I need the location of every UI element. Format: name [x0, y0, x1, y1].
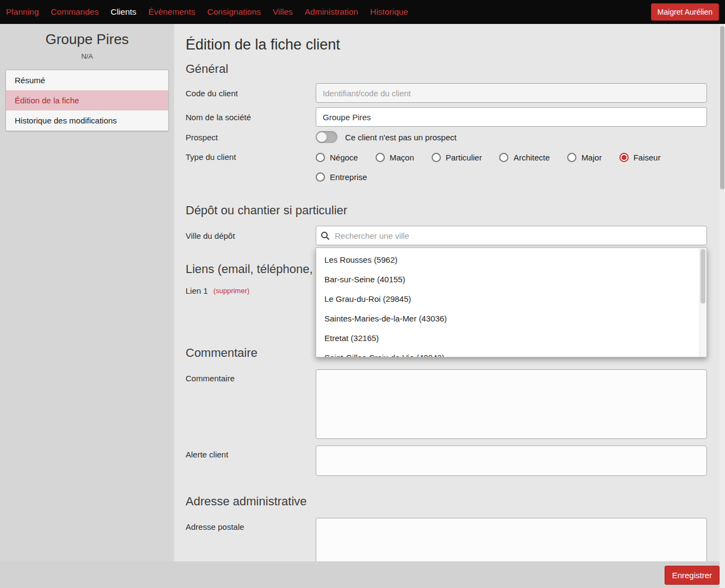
radio-option-macon[interactable]: Maçon [376, 147, 414, 167]
section-general-heading: Général [186, 62, 720, 76]
ville-search-input[interactable] [316, 226, 707, 245]
ville-search-wrap: Les Rousses (5962) Bar-sur-Seine (40155)… [316, 226, 707, 245]
main-content: Édition de la fiche client Général Code … [174, 24, 720, 561]
ville-dropdown: Les Rousses (5962) Bar-sur-Seine (40155)… [316, 247, 707, 357]
radio-icon [499, 153, 508, 162]
form-row-commentaire: Commentaire [186, 369, 720, 439]
adresse-postale-label: Adresse postale [186, 518, 316, 531]
radio-option-major[interactable]: Major [567, 147, 602, 167]
radio-label: Entreprise [330, 172, 367, 182]
toggle-knob [317, 132, 327, 142]
user-menu-button[interactable]: Maigret Aurélien [651, 3, 719, 21]
ville-option[interactable]: Les Rousses (5962) [316, 250, 706, 270]
search-icon [321, 231, 330, 243]
top-navbar: Planning Commandes Clients Évènements Co… [0, 0, 725, 24]
client-sidebar: Groupe Pires N/A Résumé Édition de la fi… [0, 24, 174, 561]
footer-band [0, 561, 725, 588]
radio-label: Particulier [446, 153, 482, 162]
commentaire-label: Commentaire [186, 369, 316, 383]
client-menu: Résumé Édition de la fiche Historique de… [5, 70, 169, 131]
section-depot-heading: Dépôt ou chantier si particulier [186, 203, 720, 218]
nom-societe-label: Nom de la société [186, 113, 316, 122]
nav-item-planning[interactable]: Planning [0, 0, 45, 24]
form-row-adresse-postale: Adresse postale [186, 518, 720, 561]
sidebar-item-resume[interactable]: Résumé [6, 70, 168, 90]
type-client-options: Négoce Maçon Particulier Architecte Majo… [316, 147, 707, 187]
nav-item-commandes[interactable]: Commandes [45, 0, 105, 24]
adresse-postale-textarea[interactable] [316, 518, 707, 561]
supprimer-link[interactable]: (supprimer) [213, 287, 249, 295]
radio-icon [316, 172, 325, 182]
radio-option-faiseur[interactable]: Faiseur [619, 147, 661, 167]
lien1-label: Lien 1 [186, 286, 208, 295]
form-row-alerte-client: Alerte client [186, 445, 720, 476]
dropdown-scrollbar[interactable] [699, 248, 706, 357]
nav-item-evenements[interactable]: Évènements [143, 0, 201, 24]
nav-item-consignations[interactable]: Consignations [201, 0, 267, 24]
nom-societe-input[interactable] [316, 107, 707, 127]
form-row-ville-depot: Ville du dépôt Les Rousses (5962) Bar-su… [186, 226, 720, 245]
nav-item-administration[interactable]: Administration [299, 0, 364, 24]
alerte-client-label: Alerte client [186, 445, 316, 459]
nav-item-historique[interactable]: Historique [364, 0, 414, 24]
code-client-label: Code du client [186, 89, 316, 98]
alerte-client-textarea[interactable] [316, 445, 707, 476]
type-client-label: Type du client [186, 147, 316, 162]
save-button[interactable]: Enregistrer [665, 566, 720, 585]
form-row-type-client: Type du client Négoce Maçon Particulier … [186, 147, 720, 187]
radio-icon [376, 153, 385, 162]
radio-icon [316, 153, 325, 162]
ville-option[interactable]: Saint-Gilles-Croix-de-Vie (40043) [316, 348, 706, 357]
prospect-toggle-text: Ce client n'est pas un prospect [345, 133, 457, 142]
ville-option[interactable]: Bar-sur-Seine (40155) [316, 270, 706, 289]
commentaire-textarea[interactable] [316, 369, 707, 439]
dropdown-scrollbar-thumb[interactable] [701, 249, 705, 304]
form-row-nom-societe: Nom de la société [186, 107, 720, 127]
radio-option-entreprise[interactable]: Entreprise [316, 167, 367, 187]
sidebar-item-historique-modifications[interactable]: Historique des modifications [6, 110, 168, 131]
radio-label: Négoce [330, 153, 358, 162]
radio-label: Architecte [513, 153, 550, 162]
prospect-label: Prospect [186, 133, 316, 142]
page-scrollbar-thumb[interactable] [720, 26, 724, 189]
app-screen: Planning Commandes Clients Évènements Co… [0, 0, 725, 588]
ville-depot-label: Ville du dépôt [186, 231, 316, 240]
client-name: Groupe Pires [0, 31, 174, 48]
radio-icon-selected [619, 153, 629, 162]
form-row-prospect: Prospect Ce client n'est pas un prospect [186, 131, 720, 143]
section-adresse-heading: Adresse administrative [186, 494, 720, 509]
sidebar-item-edition-fiche[interactable]: Édition de la fiche [6, 90, 168, 110]
prospect-toggle[interactable] [316, 131, 337, 143]
form-row-code-client: Code du client [186, 83, 720, 103]
nav-item-clients[interactable]: Clients [105, 0, 142, 24]
client-code: N/A [0, 52, 174, 60]
page-scrollbar[interactable] [720, 24, 725, 588]
ville-option[interactable]: Saintes-Maries-de-la-Mer (43036) [316, 309, 706, 329]
ville-option[interactable]: Etretat (32165) [316, 329, 706, 348]
radio-option-negoce[interactable]: Négoce [316, 147, 358, 167]
radio-icon [567, 153, 576, 162]
nav-item-villes[interactable]: Villes [267, 0, 299, 24]
main-nav: Planning Commandes Clients Évènements Co… [0, 0, 414, 24]
radio-icon [432, 153, 441, 162]
ville-option[interactable]: Le Grau-du-Roi (29845) [316, 289, 706, 309]
radio-label: Major [581, 153, 602, 162]
radio-label: Maçon [390, 153, 414, 162]
radio-option-particulier[interactable]: Particulier [432, 147, 482, 167]
code-client-input[interactable] [316, 83, 707, 103]
radio-option-architecte[interactable]: Architecte [499, 147, 550, 167]
page-title: Édition de la fiche client [186, 36, 720, 53]
radio-label: Faiseur [634, 153, 661, 162]
